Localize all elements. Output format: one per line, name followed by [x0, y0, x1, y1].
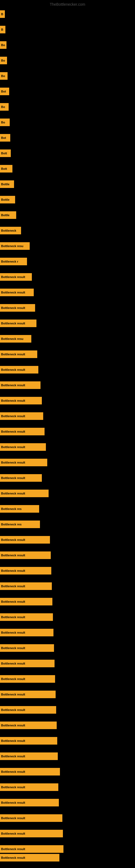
- bar-label-51: Bottleneck result: [1, 785, 25, 789]
- bar-item-39: Bottleneck result: [0, 598, 52, 606]
- bar-item-25: Bottleneck result: [0, 381, 41, 389]
- bar-label-56: Bottleneck result: [1, 856, 25, 859]
- bar-item-5: Bo: [0, 72, 8, 80]
- bar-label-3: Bo: [1, 43, 5, 46]
- bar-label-30: Bottleneck result: [1, 461, 25, 464]
- bar-item-21: Bottleneck result: [0, 319, 37, 327]
- bar-label-34: Bottleneck res: [1, 523, 21, 526]
- bar-item-28: Bottleneck result: [0, 428, 45, 435]
- bar-item-8: Bo: [0, 119, 10, 126]
- bar-label-50: Bottleneck result: [1, 770, 25, 773]
- bar-label-38: Bottleneck result: [1, 585, 25, 588]
- bar-label-14: Bottle: [1, 214, 9, 217]
- bar-label-16: Bottleneck resu: [1, 244, 24, 248]
- bar-item-35: Bottleneck result: [0, 536, 50, 544]
- bar-item-33: Bottleneck res: [0, 505, 39, 513]
- bar-label-21: Bottleneck result: [1, 322, 25, 325]
- bar-label-39: Bottleneck result: [1, 600, 25, 603]
- bar-label-18: Bottleneck result: [1, 275, 25, 279]
- bar-label-27: Bottleneck result: [1, 414, 25, 418]
- bar-item-22: Bottleneck resu: [0, 335, 31, 343]
- bar-label-13: Bottle: [1, 198, 9, 201]
- bar-item-20: Bottleneck result: [0, 304, 35, 312]
- bar-item-47: Bottleneck result: [0, 721, 57, 729]
- bar-item-6: Bot: [0, 88, 9, 95]
- bar-item-54: Bottleneck result: [0, 830, 63, 837]
- bar-item-50: Bottleneck result: [0, 768, 60, 775]
- bar-label-55: Bottleneck result: [1, 847, 25, 850]
- bar-item-41: Bottleneck result: [0, 629, 53, 637]
- bar-item-26: Bottleneck result: [0, 397, 42, 404]
- bar-item-55: Bottleneck result: [0, 845, 63, 853]
- bar-label-23: Bottleneck result: [1, 352, 25, 356]
- bar-item-51: Bottleneck result: [0, 783, 58, 791]
- site-title: TheBottlenecker.com: [50, 2, 85, 6]
- bar-item-14: Bottle: [0, 211, 16, 219]
- bar-label-35: Bottleneck result: [1, 538, 25, 541]
- bar-item-7: Bo: [0, 103, 9, 111]
- bar-label-32: Bottleneck result: [1, 492, 25, 495]
- bar-label-25: Bottleneck result: [1, 383, 25, 387]
- bar-item-44: Bottleneck result: [0, 675, 55, 683]
- bar-item-2: B: [0, 26, 5, 33]
- bar-item-36: Bottleneck result: [0, 552, 51, 559]
- bar-label-47: Bottleneck result: [1, 724, 25, 727]
- bar-label-2: B: [1, 28, 3, 31]
- bar-label-52: Bottleneck result: [1, 801, 25, 804]
- bar-item-49: Bottleneck result: [0, 752, 58, 760]
- bar-label-10: Bott: [1, 152, 7, 155]
- bar-label-31: Bottleneck result: [1, 476, 25, 479]
- bar-item-24: Bottleneck result: [0, 366, 38, 373]
- bar-label-22: Bottleneck resu: [1, 337, 24, 340]
- bar-label-46: Bottleneck result: [1, 708, 25, 712]
- bar-label-24: Bottleneck result: [1, 368, 25, 371]
- bar-label-53: Bottleneck result: [1, 816, 25, 820]
- bar-item-34: Bottleneck res: [0, 521, 40, 528]
- bar-item-56: Bottleneck result: [0, 854, 59, 862]
- bar-item-29: Bottleneck result: [0, 443, 46, 451]
- bar-item-37: Bottleneck result: [0, 567, 51, 575]
- bar-item-4: Bo: [0, 57, 7, 64]
- bar-label-5: Bo: [1, 74, 5, 78]
- bar-item-46: Bottleneck result: [0, 706, 56, 714]
- bar-label-6: Bot: [1, 90, 6, 93]
- bar-item-23: Bottleneck result: [0, 350, 37, 358]
- bar-label-29: Bottleneck result: [1, 445, 25, 448]
- bar-label-48: Bottleneck result: [1, 739, 25, 742]
- bar-item-40: Bottleneck result: [0, 613, 53, 621]
- bar-label-33: Bottleneck res: [1, 507, 21, 510]
- bar-label-49: Bottleneck result: [1, 755, 25, 758]
- bar-item-19: Bottleneck result: [0, 289, 34, 296]
- bar-item-3: Bo: [0, 41, 6, 49]
- bar-item-27: Bottleneck result: [0, 412, 43, 420]
- bar-label-20: Bottleneck result: [1, 306, 25, 310]
- bar-item-31: Bottleneck result: [0, 474, 42, 482]
- bar-label-37: Bottleneck result: [1, 569, 25, 572]
- bar-label-4: Bo: [1, 59, 5, 62]
- bar-item-52: Bottleneck result: [0, 799, 59, 806]
- bar-item-11: Bott: [0, 165, 12, 173]
- bar-item-53: Bottleneck result: [0, 814, 62, 822]
- bar-label-17: Bottleneck r: [1, 260, 18, 263]
- bar-item-9: Bot: [0, 134, 10, 142]
- bar-label-42: Bottleneck result: [1, 646, 25, 650]
- bar-item-43: Bottleneck result: [0, 660, 54, 667]
- bar-item-17: Bottleneck r: [0, 258, 27, 265]
- bar-item-13: Bottle: [0, 196, 15, 204]
- bar-item-1: B: [0, 10, 5, 18]
- bar-item-48: Bottleneck result: [0, 737, 57, 745]
- bar-label-8: Bo: [1, 121, 5, 124]
- bar-item-16: Bottleneck resu: [0, 242, 30, 250]
- bar-item-30: Bottleneck result: [0, 459, 47, 466]
- bar-label-36: Bottleneck result: [1, 554, 25, 557]
- bar-label-15: Bottleneck: [1, 229, 16, 232]
- bar-label-11: Bott: [1, 167, 7, 170]
- bar-label-12: Bottle: [1, 183, 9, 186]
- bar-label-1: B: [1, 12, 3, 16]
- bar-label-19: Bottleneck result: [1, 291, 25, 294]
- bar-label-26: Bottleneck result: [1, 399, 25, 402]
- bar-label-45: Bottleneck result: [1, 693, 25, 696]
- bar-label-7: Bo: [1, 105, 5, 108]
- bar-label-9: Bot: [1, 136, 6, 140]
- bar-item-10: Bott: [0, 150, 11, 157]
